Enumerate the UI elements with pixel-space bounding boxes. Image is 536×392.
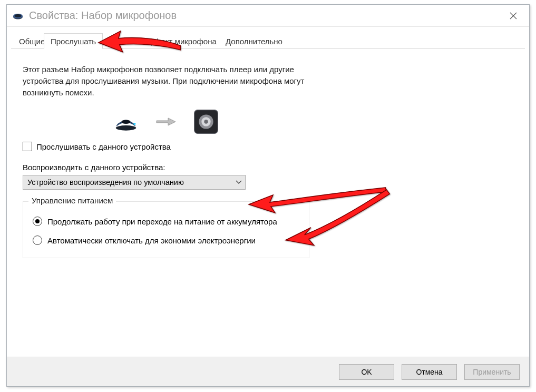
tab-listen[interactable]: Прослушать bbox=[44, 33, 103, 49]
cancel-button[interactable]: Отмена bbox=[402, 364, 457, 380]
power-management-group: Управление питанием Продолжать работу пр… bbox=[23, 201, 309, 258]
radio-label: Автоматически отключать для экономии эле… bbox=[47, 236, 256, 245]
close-button[interactable] bbox=[503, 5, 524, 26]
playback-device-selected: Устройство воспроизведения по умолчанию bbox=[27, 178, 184, 187]
radio-button[interactable] bbox=[33, 217, 42, 226]
radio-keep-on-battery[interactable]: Продолжать работу при переходе на питани… bbox=[33, 217, 299, 226]
radio-auto-off[interactable]: Автоматически отключать для экономии эле… bbox=[33, 236, 299, 245]
radio-button[interactable] bbox=[33, 236, 42, 245]
close-icon bbox=[510, 12, 517, 19]
window-title: Свойства: Набор микрофонов bbox=[29, 9, 177, 22]
apply-button: Применить bbox=[464, 364, 520, 380]
listen-checkbox[interactable] bbox=[23, 142, 32, 151]
microphone-device-icon bbox=[112, 111, 140, 132]
audio-device-icon bbox=[12, 10, 24, 22]
svg-point-3 bbox=[116, 125, 137, 131]
titlebar: Свойства: Набор микрофонов bbox=[7, 5, 529, 27]
svg-point-4 bbox=[121, 120, 130, 124]
dialog-buttons: OK Отмена Применить bbox=[7, 357, 529, 386]
playback-label: Воспроизводить с данного устройства: bbox=[23, 163, 513, 172]
arrow-right-icon bbox=[155, 115, 177, 128]
svg-point-10 bbox=[204, 120, 208, 123]
tab-mic-effect[interactable]: Эффект микрофона bbox=[135, 33, 223, 49]
power-management-title: Управление питанием bbox=[28, 196, 116, 205]
playback-device-combo[interactable]: Устройство воспроизведения по умолчанию bbox=[23, 175, 246, 190]
svg-point-2 bbox=[15, 14, 22, 17]
listen-checkbox-label: Прослушивать с данного устройства bbox=[36, 142, 171, 151]
tab-advanced[interactable]: Дополнительно bbox=[219, 33, 289, 49]
device-flow-row bbox=[23, 111, 513, 132]
svg-point-5 bbox=[133, 123, 135, 125]
speaker-device-icon bbox=[192, 111, 220, 132]
ok-button[interactable]: OK bbox=[339, 364, 394, 380]
listen-checkbox-row[interactable]: Прослушивать с данного устройства bbox=[23, 142, 513, 151]
properties-window: Свойства: Набор микрофонов Общие Прослуш… bbox=[6, 4, 530, 387]
chevron-down-icon bbox=[236, 179, 242, 186]
description-text: Этот разъем Набор микрофонов позволяет п… bbox=[23, 64, 318, 99]
tabs-bar: Общие Прослушать Уровни Эффект микрофона… bbox=[11, 33, 525, 49]
radio-label: Продолжать работу при переходе на питани… bbox=[47, 217, 277, 226]
tab-content: Этот разъем Набор микрофонов позволяет п… bbox=[11, 49, 525, 357]
